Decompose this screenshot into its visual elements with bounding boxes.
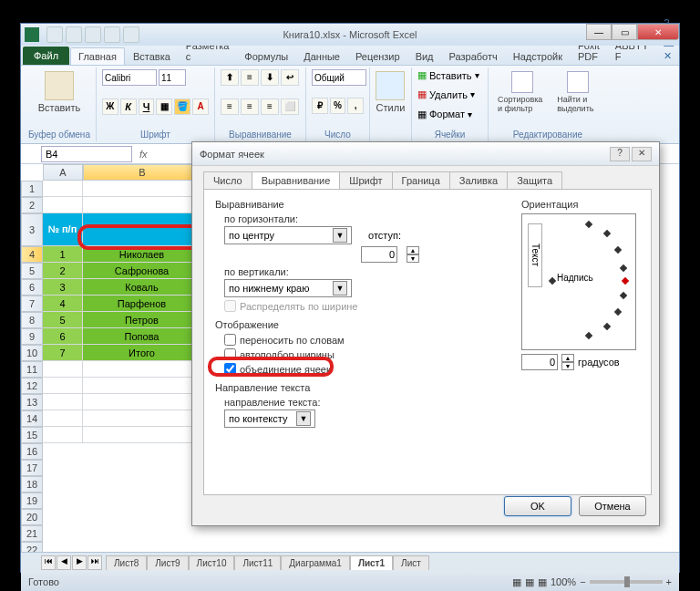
cancel-button[interactable]: Отмена (579, 496, 646, 516)
align-bot-button[interactable]: ⬇ (261, 69, 279, 86)
sheet-tab[interactable]: Лист8 (106, 555, 147, 570)
row-header[interactable]: 9 (21, 328, 43, 345)
sheet-tab-active[interactable]: Лист1 (350, 555, 393, 570)
sheet-tab[interactable]: Лист (393, 555, 429, 570)
view-normal-icon[interactable]: ▦ (512, 576, 521, 588)
row-header[interactable]: 2 (21, 197, 43, 213)
checkbox[interactable] (224, 363, 236, 375)
table-header[interactable] (83, 213, 201, 246)
row-header[interactable]: 17 (21, 460, 43, 476)
italic-button[interactable]: К (120, 98, 137, 115)
table-cell[interactable]: Сафронова (83, 263, 201, 279)
spinner-down-button[interactable]: ▼ (561, 362, 574, 370)
comma-button[interactable]: , (347, 98, 364, 114)
ok-button[interactable]: OK (504, 496, 571, 516)
close-button[interactable]: ✕ (637, 24, 679, 40)
row-header[interactable]: 21 (21, 525, 43, 542)
view-layout-icon[interactable]: ▦ (525, 576, 534, 588)
qat-undo-icon[interactable] (66, 26, 82, 43)
table-cell[interactable]: Итого (83, 345, 201, 361)
row-header[interactable]: 3 (21, 213, 43, 246)
ribbon-tab-dev[interactable]: Разработч (442, 48, 505, 65)
sheet-tab[interactable]: Лист11 (234, 555, 281, 570)
col-header-b[interactable]: B (83, 164, 201, 181)
table-cell[interactable]: 5 (43, 312, 83, 328)
align-top-button[interactable]: ⬆ (221, 69, 239, 86)
align-center-button[interactable]: ≡ (241, 98, 259, 115)
table-header[interactable]: № п/п (43, 213, 83, 246)
table-cell[interactable]: 7 (43, 345, 83, 361)
row-header[interactable]: 11 (21, 361, 43, 378)
sheet-last-button[interactable]: ⏭ (88, 555, 102, 570)
file-tab[interactable]: Файл (23, 47, 69, 65)
row-header[interactable]: 12 (21, 378, 43, 394)
cells-format-button[interactable]: ▦Формат ▾ (417, 109, 482, 120)
row-header[interactable]: 19 (21, 493, 43, 509)
degrees-input[interactable] (521, 354, 558, 370)
orient-vertical-text[interactable]: Текст (528, 223, 542, 287)
qat-btn[interactable] (123, 26, 139, 43)
row-header[interactable]: 10 (21, 345, 43, 361)
direction-combo[interactable]: по контексту ▼ (224, 410, 315, 428)
qat-btn[interactable] (104, 26, 120, 43)
sheet-tab[interactable]: Диаграмма1 (281, 555, 350, 570)
spinner-up-button[interactable]: ▲ (407, 246, 419, 254)
maximize-button[interactable]: ▭ (612, 24, 637, 40)
dialog-tab-alignment[interactable]: Выравнивание (252, 171, 341, 189)
dialog-tab-border[interactable]: Граница (392, 171, 450, 189)
wrap-button[interactable]: ↩ (281, 69, 299, 86)
number-format-combo[interactable] (312, 69, 366, 86)
name-box[interactable]: B4 (41, 146, 132, 162)
cells-delete-button[interactable]: ▦Удалить ▾ (417, 88, 482, 100)
sheet-first-button[interactable]: ⏮ (41, 555, 56, 570)
zoom-out-button[interactable]: − (580, 576, 585, 587)
fx-icon[interactable]: fx (139, 149, 148, 160)
table-cell[interactable]: Петров (83, 312, 201, 328)
row-header[interactable]: 13 (21, 394, 43, 410)
row-header[interactable]: 20 (21, 509, 43, 525)
find-button[interactable]: Найти и выделить (553, 69, 602, 115)
h-align-combo[interactable]: по центру ▼ (224, 226, 352, 244)
ribbon-tab-insert[interactable]: Вставка (126, 48, 178, 65)
col-header-a[interactable]: A (43, 164, 83, 181)
view-break-icon[interactable]: ▦ (538, 576, 547, 588)
spinner-up-button[interactable]: ▲ (561, 354, 574, 362)
zoom-in-button[interactable]: + (666, 576, 672, 587)
fill-color-button[interactable]: 🪣 (174, 98, 190, 115)
dialog-tab-number[interactable]: Число (203, 171, 252, 189)
font-size-combo[interactable] (159, 69, 186, 86)
qat-save-icon[interactable] (46, 26, 63, 43)
merge-button[interactable]: ⬜ (281, 98, 299, 115)
dialog-tab-font[interactable]: Шрифт (339, 171, 392, 189)
orientation-box[interactable]: Текст Надпись (521, 213, 636, 350)
table-cell[interactable]: Коваль (83, 279, 201, 296)
table-cell[interactable]: Парфенов (83, 296, 201, 312)
row-header[interactable]: 16 (21, 443, 43, 460)
ribbon-tab-home[interactable]: Главная (70, 47, 125, 65)
table-cell[interactable]: 4 (43, 296, 83, 312)
sheet-tab[interactable]: Лист9 (147, 555, 188, 570)
v-align-combo[interactable]: по нижнему краю ▼ (224, 279, 352, 297)
sort-button[interactable]: Сортировка и фильтр (494, 69, 550, 115)
row-header[interactable]: 8 (21, 312, 43, 328)
indent-spinner[interactable] (361, 246, 397, 263)
styles-button[interactable]: Стили (376, 69, 406, 115)
table-cell[interactable]: 1 (43, 246, 83, 263)
align-left-button[interactable]: ≡ (221, 98, 239, 115)
row-header[interactable]: 14 (21, 410, 43, 427)
dialog-close-button[interactable]: ✕ (632, 147, 652, 161)
row-header[interactable]: 6 (21, 279, 43, 296)
row-header[interactable]: 15 (21, 427, 43, 443)
qat-redo-icon[interactable] (85, 26, 101, 43)
orient-arc[interactable]: Надпись (550, 220, 632, 338)
bold-button[interactable]: Ж (102, 98, 118, 115)
row-header[interactable]: 22 (21, 542, 43, 552)
row-header[interactable]: 18 (21, 476, 43, 493)
sheet-next-button[interactable]: ▶ (72, 555, 87, 570)
sheet-tab[interactable]: Лист10 (189, 555, 235, 570)
underline-button[interactable]: Ч (139, 98, 155, 115)
ribbon-tab-formulas[interactable]: Формулы (237, 48, 295, 65)
align-mid-button[interactable]: ≡ (241, 69, 259, 86)
ribbon-tab-view[interactable]: Вид (408, 48, 441, 65)
paste-button[interactable]: Вставить (28, 69, 90, 115)
